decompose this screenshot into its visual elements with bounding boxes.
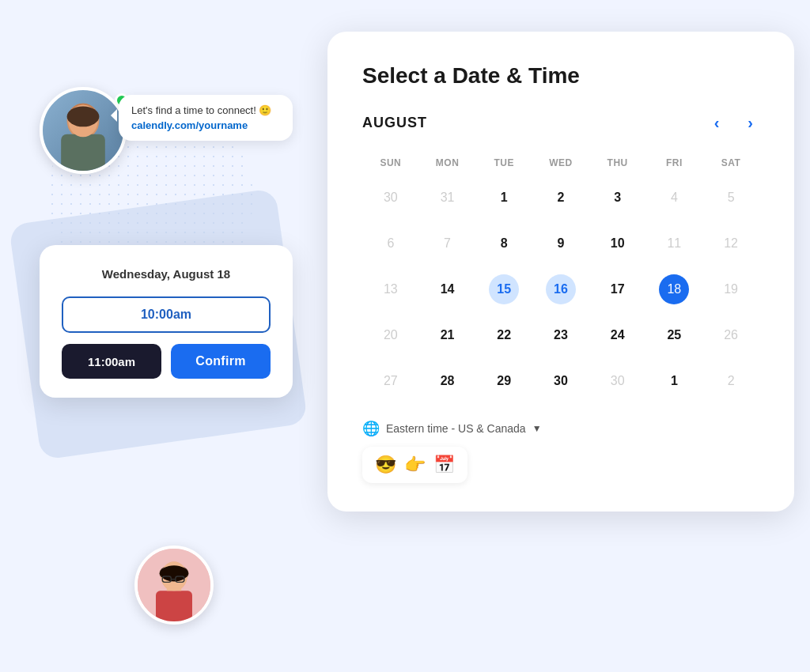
calendar-day: 12: [702, 221, 759, 266]
timezone-row[interactable]: 🌐 Eastern time - US & Canada ▼: [362, 420, 759, 437]
calendar-day[interactable]: 29: [475, 358, 532, 404]
calendar-day[interactable]: 23: [532, 312, 589, 358]
nav-arrows: ‹ ›: [708, 111, 759, 135]
calendar-day[interactable]: 17: [589, 266, 646, 312]
svg-rect-2: [61, 134, 105, 171]
chat-bubble-link[interactable]: calendly.com/yourname: [131, 119, 280, 131]
calendar-day: 6: [362, 221, 419, 266]
selected-date-label: Wednesday, August 18: [62, 267, 271, 281]
weekday-tue: TUE: [475, 151, 532, 175]
calendar-day[interactable]: 30: [532, 358, 589, 404]
avatar-top: [40, 87, 127, 174]
svg-rect-8: [156, 591, 192, 625]
avatar-bottom: [134, 546, 214, 625]
weekday-sat: SAT: [702, 151, 759, 175]
calendar-day[interactable]: 9: [532, 221, 589, 266]
weekday-wed: WED: [532, 151, 589, 175]
prev-month-button[interactable]: ‹: [708, 111, 726, 135]
calendar-day[interactable]: 1: [646, 358, 703, 404]
weekday-mon: MON: [419, 151, 476, 175]
chat-bubble-text: Let's find a time to connect! 🙂: [131, 104, 280, 116]
calendar-day: 19: [702, 266, 759, 312]
calendar-day: 27: [362, 358, 419, 404]
calendar-nav: AUGUST ‹ ›: [362, 111, 759, 135]
calendar-day[interactable]: 2: [532, 175, 589, 221]
weekday-fri: FRI: [646, 151, 703, 175]
time-selection-card: Wednesday, August 18 10:00am 11:00am Con…: [40, 245, 293, 398]
chat-bubble: Let's find a time to connect! 🙂 calendly…: [119, 95, 293, 141]
time-11am-button[interactable]: 11:00am: [62, 344, 161, 379]
emoji-calendar: 📅: [433, 455, 455, 475]
avatar-bottom-face: [138, 549, 210, 621]
globe-icon: 🌐: [362, 420, 380, 437]
emoji-pointing: 👉: [404, 455, 426, 475]
calendar-day[interactable]: 10: [589, 221, 646, 266]
calendar-day[interactable]: 21: [419, 312, 476, 358]
calendar-day: 2: [702, 358, 759, 404]
calendar-day[interactable]: 15: [475, 266, 532, 312]
confirm-button[interactable]: Confirm: [171, 344, 271, 379]
calendar-month: AUGUST: [362, 115, 427, 131]
calendar-day: 7: [419, 221, 476, 266]
calendar-day[interactable]: 14: [419, 266, 476, 312]
calendar-day[interactable]: 18: [646, 266, 703, 312]
weekday-sun: SUN: [362, 151, 419, 175]
calendar-title: Select a Date & Time: [362, 63, 759, 89]
time-actions: 11:00am Confirm: [62, 344, 271, 379]
calendar-day[interactable]: 8: [475, 221, 532, 266]
emoji-bar: 😎 👉 📅: [362, 447, 467, 483]
weekday-thu: THU: [589, 151, 646, 175]
calendar-day[interactable]: 16: [532, 266, 589, 312]
next-month-button[interactable]: ›: [741, 111, 759, 135]
emoji-sunglasses: 😎: [375, 455, 396, 475]
calendar-day: 13: [362, 266, 419, 312]
calendar-panel: Select a Date & Time AUGUST ‹ › SUN MON …: [327, 32, 794, 512]
calendar-day[interactable]: 28: [419, 358, 476, 404]
calendar-day[interactable]: 24: [589, 312, 646, 358]
calendar-day: 11: [646, 221, 703, 266]
calendar-day[interactable]: 1: [475, 175, 532, 221]
timezone-dropdown-icon: ▼: [532, 423, 542, 434]
calendar-day[interactable]: 25: [646, 312, 703, 358]
calendar-day: 5: [702, 175, 759, 221]
calendar-day: 30: [589, 358, 646, 404]
calendar-day[interactable]: 22: [475, 312, 532, 358]
svg-point-4: [67, 106, 100, 126]
timezone-label: Eastern time - US & Canada: [386, 422, 526, 435]
avatar-top-face: [43, 90, 123, 171]
calendar-day: 20: [362, 312, 419, 358]
svg-rect-10: [167, 587, 181, 591]
time-option-10am[interactable]: 10:00am: [62, 296, 271, 333]
calendar-day: 4: [646, 175, 703, 221]
calendar-grid: SUN MON TUE WED THU FRI SAT 303112345678…: [362, 151, 759, 404]
calendar-day: 26: [702, 312, 759, 358]
calendar-day: 31: [419, 175, 476, 221]
calendar-day: 30: [362, 175, 419, 221]
calendar-day[interactable]: 3: [589, 175, 646, 221]
